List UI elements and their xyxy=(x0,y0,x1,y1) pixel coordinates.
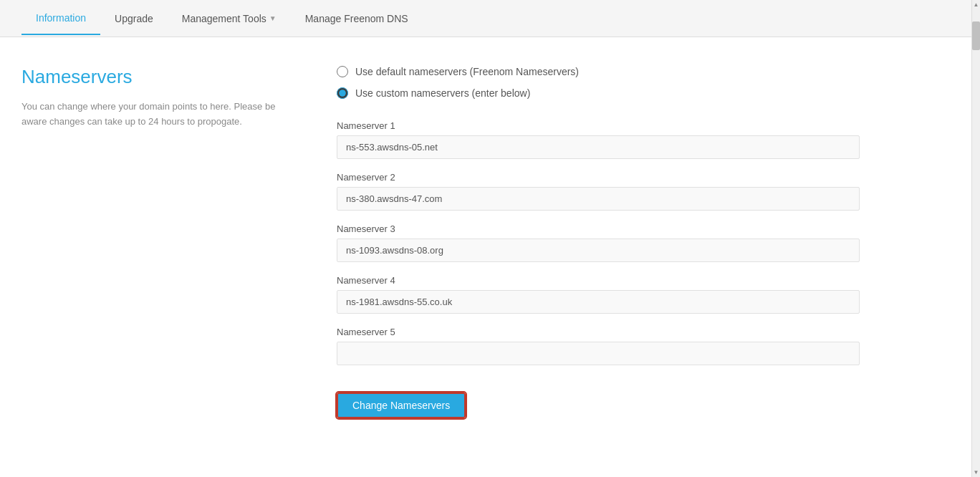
nameserver-3-input[interactable] xyxy=(337,238,860,262)
nameserver-1-label: Nameserver 1 xyxy=(337,120,959,131)
nameserver-4-group: Nameserver 4 xyxy=(337,275,959,314)
tab-management-tools[interactable]: Management Tools ▼ xyxy=(168,3,291,34)
nameserver-2-input[interactable] xyxy=(337,187,860,211)
section-title: Nameservers xyxy=(21,66,294,88)
right-panel: Use default nameservers (Freenom Nameser… xyxy=(322,66,959,418)
nameserver-4-input[interactable] xyxy=(337,290,860,314)
radio-custom-label: Use custom nameservers (enter below) xyxy=(355,87,530,99)
radio-default-label: Use default nameservers (Freenom Nameser… xyxy=(355,66,579,77)
top-nav: Information Upgrade Management Tools ▼ M… xyxy=(0,0,980,37)
nameserver-5-label: Nameserver 5 xyxy=(337,327,959,337)
nameserver-5-input[interactable] xyxy=(337,342,860,365)
left-panel: Nameservers You can change where your do… xyxy=(21,66,294,418)
nameserver-2-label: Nameserver 2 xyxy=(337,172,959,183)
tab-information[interactable]: Information xyxy=(21,2,100,35)
nameserver-3-label: Nameserver 3 xyxy=(337,223,959,234)
radio-option-default[interactable]: Use default nameservers (Freenom Nameser… xyxy=(337,66,959,77)
scroll-up-arrow[interactable]: ▲ xyxy=(972,0,980,9)
change-nameservers-button[interactable]: Change Nameservers xyxy=(337,392,466,418)
radio-default-ns[interactable] xyxy=(337,66,348,77)
tab-upgrade[interactable]: Upgrade xyxy=(100,3,168,34)
nameserver-3-group: Nameserver 3 xyxy=(337,223,959,262)
section-description: You can change where your domain points … xyxy=(21,100,294,130)
main-content: Nameservers You can change where your do… xyxy=(0,37,980,447)
nameserver-4-label: Nameserver 4 xyxy=(337,275,959,286)
nameserver-1-group: Nameserver 1 xyxy=(337,120,959,159)
scrollbar[interactable]: ▲ ▼ xyxy=(971,0,980,447)
radio-custom-ns[interactable] xyxy=(337,87,348,99)
nameserver-1-input[interactable] xyxy=(337,135,860,159)
radio-group: Use default nameservers (Freenom Nameser… xyxy=(337,66,959,99)
management-tools-dropdown-arrow: ▼ xyxy=(269,14,277,22)
tab-manage-freenom-dns[interactable]: Manage Freenom DNS xyxy=(291,3,423,34)
nameserver-2-group: Nameserver 2 xyxy=(337,172,959,211)
scrollbar-thumb[interactable] xyxy=(972,21,980,50)
nameserver-5-group: Nameserver 5 xyxy=(337,327,959,365)
radio-option-custom[interactable]: Use custom nameservers (enter below) xyxy=(337,87,959,99)
